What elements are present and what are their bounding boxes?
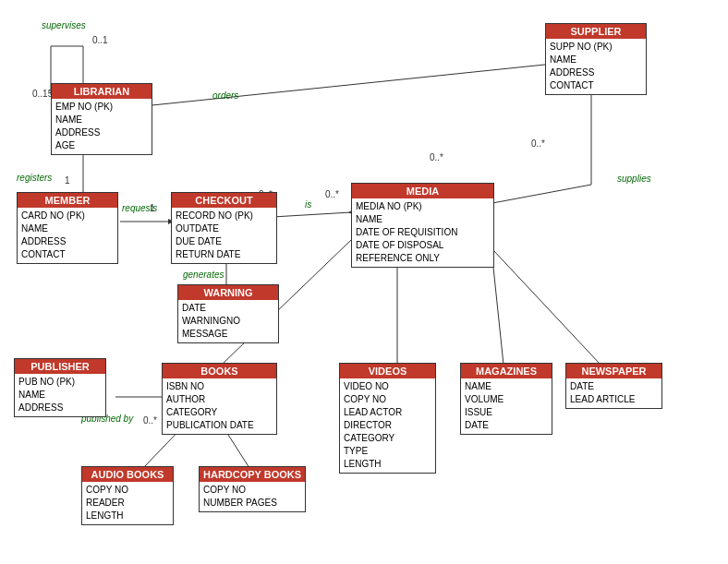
entity-member-body: CARD NO (PK) NAME ADDRESS CONTACT xyxy=(18,208,117,263)
entity-audiobooks-title: AUDIO BOOKS xyxy=(82,467,173,482)
entity-hardcopybooks-body: COPY NO NUMBER PAGES xyxy=(200,482,305,511)
card-0: 0..1 xyxy=(92,35,108,45)
field-lead-article: LEAD ARTICLE xyxy=(570,393,658,406)
entity-newspaper: NEWSPAPER DATE LEAD ARTICLE xyxy=(565,363,662,409)
rel-supervises: supervises xyxy=(42,20,86,30)
field-copy-no: COPY NO xyxy=(86,484,169,497)
field-name: NAME xyxy=(550,54,642,66)
card-8: 0..* xyxy=(531,138,545,149)
entity-magazines-title: MAGAZINES xyxy=(461,364,552,378)
field-message: MESSAGE xyxy=(182,328,274,341)
card-10: 0..* xyxy=(143,415,157,426)
svg-line-9 xyxy=(492,185,591,203)
field-date: DATE xyxy=(182,302,274,315)
entity-books-title: BOOKS xyxy=(163,364,276,378)
entity-publisher-body: PUB NO (PK) NAME ADDRESS xyxy=(15,374,105,416)
field-copy-no: COPY NO xyxy=(203,484,301,497)
entity-warning-body: DATE WARNINGNO MESSAGE xyxy=(178,300,278,342)
field-due-date: DUE DATE xyxy=(176,235,273,248)
entity-member: MEMBER CARD NO (PK) NAME ADDRESS CONTACT xyxy=(17,192,118,264)
field-name: NAME xyxy=(21,222,114,235)
field-address: ADDRESS xyxy=(55,126,148,139)
entity-librarian-body: EMP NO (PK) NAME ADDRESS AGE xyxy=(52,99,152,154)
entity-books: BOOKS ISBN NO AUTHOR CATEGORY PUBLICATIO… xyxy=(162,363,277,435)
entity-audiobooks: AUDIO BOOKS COPY NO READER LENGTH xyxy=(81,466,174,525)
rel-orders: orders xyxy=(212,90,238,101)
svg-line-11 xyxy=(492,258,504,365)
entity-books-body: ISBN NO AUTHOR CATEGORY PUBLICATION DATE xyxy=(163,378,276,434)
field-copy-no: COPY NO xyxy=(344,393,431,406)
card-6: 0..* xyxy=(325,189,339,199)
field-outdate: OUTDATE xyxy=(176,222,273,235)
card-7: 0..* xyxy=(430,152,443,162)
field-isbn: ISBN NO xyxy=(166,380,273,393)
field-card-no: CARD NO (PK) xyxy=(21,210,114,222)
field-issue: ISSUE xyxy=(465,406,548,419)
svg-line-3 xyxy=(143,65,545,106)
entity-supplier-title: SUPPLIER xyxy=(546,24,646,39)
field-pub-date: PUBLICATION DATE xyxy=(166,419,273,432)
field-date: DATE xyxy=(465,419,548,432)
field-pub-no: PUB NO (PK) xyxy=(18,376,102,389)
card-1: 0..15 xyxy=(32,89,53,99)
entity-publisher-title: PUBLISHER xyxy=(15,359,105,374)
entity-checkout-body: RECORD NO (PK) OUTDATE DUE DATE RETURN D… xyxy=(172,208,276,263)
entity-audiobooks-body: COPY NO READER LENGTH xyxy=(82,482,173,524)
rel-generates: generates xyxy=(183,270,224,280)
entity-checkout: CHECKOUT RECORD NO (PK) OUTDATE DUE DATE… xyxy=(171,192,277,264)
field-supp-no: SUPP NO (PK) xyxy=(550,41,642,54)
entity-videos: VIDEOS VIDEO NO COPY NO LEAD ACTOR DIREC… xyxy=(339,363,436,474)
field-age: AGE xyxy=(55,139,148,152)
entity-newspaper-title: NEWSPAPER xyxy=(566,364,661,378)
field-length: LENGTH xyxy=(344,458,431,471)
entity-magazines-body: NAME VOLUME ISSUE DATE xyxy=(461,378,552,434)
entity-warning-title: WARNING xyxy=(178,285,278,300)
field-date: DATE xyxy=(570,380,658,393)
field-address: ADDRESS xyxy=(550,66,642,79)
entity-hardcopybooks: HARDCOPY BOOKS COPY NO NUMBER PAGES xyxy=(199,466,306,512)
card-2: 1 xyxy=(65,175,70,186)
entity-member-title: MEMBER xyxy=(18,193,117,208)
entity-videos-title: VIDEOS xyxy=(340,364,435,378)
field-lead-actor: LEAD ACTOR xyxy=(344,406,431,419)
field-emp-no: EMP NO (PK) xyxy=(55,101,148,114)
field-address: ADDRESS xyxy=(18,402,102,414)
entity-newspaper-body: DATE LEAD ARTICLE xyxy=(566,378,661,408)
field-video-no: VIDEO NO xyxy=(344,380,431,393)
field-length: LENGTH xyxy=(86,510,169,522)
entity-media-title: MEDIA xyxy=(352,184,493,198)
field-name: NAME xyxy=(55,114,148,126)
field-name: NAME xyxy=(18,389,102,402)
entity-magazines: MAGAZINES NAME VOLUME ISSUE DATE xyxy=(460,363,552,435)
field-contact: CONTACT xyxy=(21,248,114,261)
entity-librarian-title: LIBRARIAN xyxy=(52,84,152,99)
field-media-no: MEDIA NO (PK) xyxy=(356,200,490,213)
entity-videos-body: VIDEO NO COPY NO LEAD ACTOR DIRECTOR CAT… xyxy=(340,378,435,473)
field-reader: READER xyxy=(86,497,169,510)
field-return-date: RETURN DATE xyxy=(176,248,273,261)
field-category: CATEGORY xyxy=(344,432,431,445)
rel-supplies: supplies xyxy=(617,174,651,184)
entity-supplier-body: SUPP NO (PK) NAME ADDRESS CONTACT xyxy=(546,39,646,94)
entity-librarian: LIBRARIAN EMP NO (PK) NAME ADDRESS AGE xyxy=(51,83,152,155)
field-ref-only: REFERENCE ONLY xyxy=(356,252,490,265)
field-author: AUTHOR xyxy=(166,393,273,406)
field-category: CATEGORY xyxy=(166,406,273,419)
field-name: NAME xyxy=(465,380,548,393)
field-date-dis: DATE OF DISPOSAL xyxy=(356,239,490,252)
field-record-no: RECORD NO (PK) xyxy=(176,210,273,222)
field-director: DIRECTOR xyxy=(344,419,431,432)
field-contact: CONTACT xyxy=(550,79,642,92)
entity-hardcopybooks-title: HARDCOPY BOOKS xyxy=(200,467,305,482)
diagram-container: supervises orders registers requests is … xyxy=(0,0,728,564)
rel-registers: registers xyxy=(17,173,52,183)
entity-media-body: MEDIA NO (PK) NAME DATE OF REQUISITION D… xyxy=(352,198,493,267)
field-name: NAME xyxy=(356,213,490,226)
rel-is: is xyxy=(305,199,311,210)
field-type: TYPE xyxy=(344,445,431,458)
field-num-pages: NUMBER PAGES xyxy=(203,497,301,510)
card-4: 1 xyxy=(150,203,155,213)
entity-checkout-title: CHECKOUT xyxy=(172,193,276,208)
entity-media: MEDIA MEDIA NO (PK) NAME DATE OF REQUISI… xyxy=(351,183,494,268)
svg-line-12 xyxy=(492,249,601,365)
